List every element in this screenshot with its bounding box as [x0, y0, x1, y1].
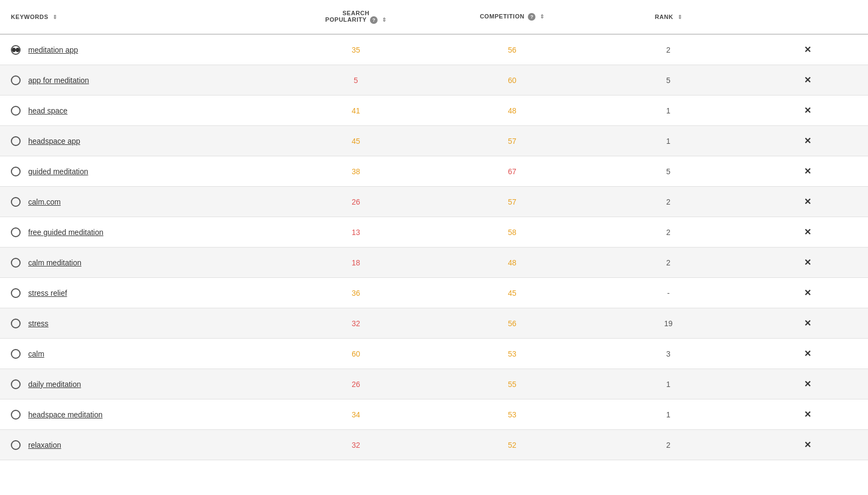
delete-button-2[interactable]: ✕	[801, 104, 814, 117]
delete-button-12[interactable]: ✕	[801, 408, 814, 421]
keyword-link-9[interactable]: stress	[28, 319, 48, 328]
keyword-cell: relaxation	[0, 430, 278, 460]
row-radio-13[interactable]	[11, 440, 21, 450]
keyword-link-13[interactable]: relaxation	[28, 441, 61, 449]
delete-button-9[interactable]: ✕	[801, 317, 814, 329]
competition-cell: 60	[434, 65, 590, 96]
rank-cell: 1	[590, 399, 746, 430]
keyword-cell: meditation app	[0, 34, 278, 65]
row-radio-5[interactable]	[11, 197, 21, 207]
search-popularity-cell: 32	[278, 308, 434, 339]
delete-cell: ✕	[746, 430, 868, 460]
row-radio-3[interactable]	[11, 136, 21, 146]
delete-button-6[interactable]: ✕	[801, 226, 814, 238]
delete-cell: ✕	[746, 156, 868, 187]
rank-cell: 2	[590, 34, 746, 65]
competition-cell: 56	[434, 308, 590, 339]
keyword-link-12[interactable]: headspace meditation	[28, 410, 103, 419]
delete-cell: ✕	[746, 248, 868, 278]
sort-icon-search-popularity: ⇕	[382, 17, 387, 23]
delete-button-13[interactable]: ✕	[801, 439, 814, 451]
keyword-cell: head space	[0, 96, 278, 126]
col-header-rank[interactable]: RANK ⇕	[590, 0, 746, 34]
keyword-cell: stress relief	[0, 278, 278, 308]
table-row: free guided meditation13582✕	[0, 217, 868, 248]
rank-cell: 2	[590, 248, 746, 278]
keyword-link-6[interactable]: free guided meditation	[28, 228, 104, 237]
search-popularity-cell: 26	[278, 187, 434, 217]
delete-button-0[interactable]: ✕	[801, 43, 814, 56]
rank-cell: 2	[590, 430, 746, 460]
rank-cell: 1	[590, 369, 746, 399]
competition-cell: 48	[434, 248, 590, 278]
help-icon-competition[interactable]: ?	[528, 13, 535, 21]
keyword-link-1[interactable]: app for meditation	[28, 76, 89, 85]
keyword-cell: daily meditation	[0, 369, 278, 399]
rank-cell: 19	[590, 308, 746, 339]
keyword-cell: free guided meditation	[0, 217, 278, 248]
col-header-search-popularity[interactable]: SEARCHPOPULARITY ? ⇕	[278, 0, 434, 34]
delete-button-7[interactable]: ✕	[801, 256, 814, 269]
rank-cell: 2	[590, 187, 746, 217]
rank-cell: 1	[590, 126, 746, 156]
delete-button-3[interactable]: ✕	[801, 135, 814, 147]
delete-cell: ✕	[746, 126, 868, 156]
keyword-cell: calm.com	[0, 187, 278, 217]
col-header-competition[interactable]: COMPETITION ? ⇕	[434, 0, 590, 34]
competition-cell: 52	[434, 430, 590, 460]
keyword-link-5[interactable]: calm.com	[28, 198, 61, 206]
table-row: relaxation32522✕	[0, 430, 868, 460]
delete-button-8[interactable]: ✕	[801, 287, 814, 299]
row-radio-9[interactable]	[11, 319, 21, 328]
table-row: stress relief3645-✕	[0, 278, 868, 308]
delete-button-1[interactable]: ✕	[801, 74, 814, 86]
table-row: stress325619✕	[0, 308, 868, 339]
row-radio-8[interactable]	[11, 288, 21, 298]
competition-cell: 45	[434, 278, 590, 308]
search-popularity-cell: 60	[278, 339, 434, 369]
row-radio-4[interactable]	[11, 167, 21, 176]
table-row: calm60533✕	[0, 339, 868, 369]
table-row: headspace app45571✕	[0, 126, 868, 156]
delete-button-11[interactable]: ✕	[801, 378, 814, 390]
keyword-link-7[interactable]: calm meditation	[28, 258, 81, 267]
delete-button-5[interactable]: ✕	[801, 195, 814, 208]
rank-cell: 5	[590, 65, 746, 96]
keyword-link-8[interactable]: stress relief	[28, 289, 67, 297]
table-row: head space41481✕	[0, 96, 868, 126]
table-row: calm.com26572✕	[0, 187, 868, 217]
row-radio-12[interactable]	[11, 410, 21, 420]
sort-icon-competition: ⇕	[540, 14, 545, 20]
delete-cell: ✕	[746, 369, 868, 399]
sort-icon-keywords: ⇕	[53, 14, 58, 20]
keyword-link-3[interactable]: headspace app	[28, 137, 80, 145]
row-radio-7[interactable]	[11, 258, 21, 268]
search-popularity-cell: 13	[278, 217, 434, 248]
search-popularity-cell: 36	[278, 278, 434, 308]
keyword-link-2[interactable]: head space	[28, 106, 67, 115]
keyword-cell: app for meditation	[0, 65, 278, 96]
search-popularity-cell: 32	[278, 430, 434, 460]
col-header-keywords[interactable]: KEYWORDS ⇕	[0, 0, 278, 34]
help-icon-search-popularity[interactable]: ?	[370, 16, 378, 24]
row-radio-2[interactable]	[11, 106, 21, 116]
delete-cell: ✕	[746, 187, 868, 217]
keyword-link-0[interactable]: meditation app	[28, 46, 78, 54]
row-radio-0[interactable]	[11, 45, 21, 55]
row-radio-6[interactable]	[11, 227, 21, 237]
rank-cell: -	[590, 278, 746, 308]
row-radio-1[interactable]	[11, 75, 21, 85]
search-popularity-cell: 35	[278, 34, 434, 65]
table-row: daily meditation26551✕	[0, 369, 868, 399]
row-radio-10[interactable]	[11, 349, 21, 359]
competition-cell: 55	[434, 369, 590, 399]
row-radio-11[interactable]	[11, 379, 21, 389]
rank-cell: 5	[590, 156, 746, 187]
delete-button-10[interactable]: ✕	[801, 347, 814, 360]
delete-button-4[interactable]: ✕	[801, 165, 814, 177]
col-header-actions	[746, 0, 868, 34]
keyword-link-4[interactable]: guided meditation	[28, 167, 88, 176]
keyword-link-10[interactable]: calm	[28, 350, 44, 358]
search-popularity-cell: 18	[278, 248, 434, 278]
keyword-link-11[interactable]: daily meditation	[28, 380, 81, 389]
